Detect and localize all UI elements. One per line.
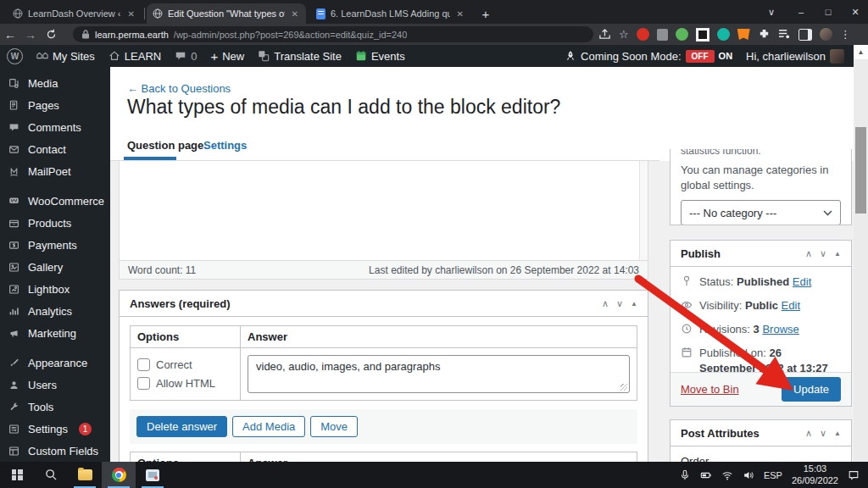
- sidebar-item-marketing[interactable]: Marketing: [0, 322, 110, 344]
- new-content-menu[interactable]: + New: [203, 45, 251, 67]
- sidebar-item-payments[interactable]: Payments: [0, 234, 110, 256]
- sidebar-item-gallery[interactable]: Gallery: [0, 256, 110, 278]
- my-sites-menu[interactable]: My Sites: [30, 45, 102, 67]
- coming-soon-off-badge[interactable]: OFF: [686, 50, 715, 63]
- wifi-icon[interactable]: [721, 469, 733, 481]
- extension-green-icon[interactable]: [676, 28, 688, 41]
- tab-question-page[interactable]: Question page: [127, 139, 203, 152]
- extension-teal-icon[interactable]: [717, 28, 730, 41]
- delete-answer-button[interactable]: Delete answer: [136, 416, 227, 437]
- tab-search-icon[interactable]: ∨: [759, 0, 784, 24]
- extensions-puzzle-icon[interactable]: [758, 28, 771, 41]
- tab-close-icon[interactable]: ✕: [455, 9, 465, 19]
- window-maximize-button[interactable]: □: [815, 0, 841, 24]
- playlist-icon[interactable]: [778, 29, 791, 40]
- comments-menu[interactable]: 0: [168, 45, 203, 67]
- speaker-icon[interactable]: [743, 469, 754, 481]
- url-bar[interactable]: learn.perma.earth/wp-admin/post.php?post…: [73, 26, 593, 42]
- browser-tab-3[interactable]: 6. LearnDash LMS Adding quiz q ✕: [310, 3, 471, 24]
- battery-icon[interactable]: [700, 469, 712, 481]
- share-icon[interactable]: [598, 28, 611, 41]
- move-up-icon[interactable]: ∧: [602, 298, 609, 309]
- sidebar-item-pages[interactable]: Pages: [0, 94, 110, 116]
- language-indicator[interactable]: ESP: [764, 470, 782, 480]
- correct-checkbox[interactable]: [137, 358, 150, 371]
- start-button[interactable]: [0, 462, 34, 488]
- edit-status-link[interactable]: Edit: [793, 275, 811, 288]
- sidebar-item-media[interactable]: Media: [0, 72, 110, 94]
- reload-button[interactable]: [41, 29, 61, 40]
- back-to-questions-link[interactable]: ← Back to Questions: [127, 82, 231, 95]
- move-button[interactable]: Move: [310, 416, 358, 437]
- browse-revisions-link[interactable]: Browse: [762, 323, 798, 336]
- update-button[interactable]: Update: [782, 377, 841, 402]
- answer-textarea-1[interactable]: video, audio, images, and paragraphs: [248, 355, 630, 393]
- scrollbar-up-arrow[interactable]: ▲: [854, 45, 868, 59]
- chrome-taskbar-button[interactable]: [102, 462, 136, 488]
- taskbar-search-button[interactable]: [34, 462, 68, 488]
- wp-logo-menu[interactable]: W: [0, 45, 30, 67]
- move-down-icon[interactable]: ∨: [820, 248, 826, 259]
- sidebar-item-settings[interactable]: Settings1: [0, 418, 110, 440]
- sidebar-item-custom-fields[interactable]: Custom Fields: [0, 440, 110, 462]
- add-media-button[interactable]: Add Media: [232, 416, 305, 437]
- move-up-icon[interactable]: ∧: [805, 248, 812, 259]
- question-editor[interactable]: Word count: 11 Last edited by charliewil…: [119, 161, 648, 280]
- taskbar-clock[interactable]: 15:03 26/09/2022: [792, 463, 838, 487]
- events-menu[interactable]: Events: [348, 45, 412, 67]
- remote-desktop-button[interactable]: [136, 462, 170, 488]
- coming-soon-on-label[interactable]: ON: [719, 51, 733, 61]
- collapse-toggle-icon[interactable]: ▲: [834, 430, 841, 437]
- bookmark-star-icon[interactable]: ☆: [619, 28, 629, 41]
- coming-soon-menu[interactable]: Coming Soon Mode: OFF ON: [558, 45, 739, 67]
- file-explorer-button[interactable]: [68, 462, 102, 488]
- move-to-bin-link[interactable]: Move to Bin: [681, 383, 739, 396]
- forward-button[interactable]: →: [20, 28, 41, 42]
- move-down-icon[interactable]: ∨: [820, 428, 826, 439]
- allow-html-checkbox-row[interactable]: Allow HTML: [137, 377, 233, 390]
- sidebar-item-comments[interactable]: Comments: [0, 116, 110, 138]
- extension-qr-icon[interactable]: [696, 28, 709, 42]
- correct-checkbox-row[interactable]: Correct: [137, 358, 233, 371]
- extension-gray-icon[interactable]: [657, 29, 668, 41]
- side-panel-icon[interactable]: [798, 29, 812, 41]
- allow-html-checkbox[interactable]: [137, 377, 150, 390]
- sidebar-item-lightbox[interactable]: Lightbox: [0, 278, 110, 300]
- translate-site-menu[interactable]: Translate Site: [251, 45, 348, 67]
- sidebar-item-tools[interactable]: Tools: [0, 396, 110, 418]
- sidebar-item-woocommerce[interactable]: WooCommerce: [0, 190, 110, 212]
- sidebar-item-analytics[interactable]: Analytics: [0, 300, 110, 322]
- sidebar-item-appearance[interactable]: Appearance: [0, 352, 110, 374]
- metamask-fox-icon[interactable]: [737, 29, 750, 40]
- collapse-toggle-icon[interactable]: ▲: [834, 250, 841, 258]
- browser-menu-dots-icon[interactable]: ⋮: [840, 28, 851, 41]
- category-select[interactable]: --- No category ---: [681, 200, 841, 225]
- tab-close-icon[interactable]: ✕: [126, 9, 136, 19]
- tab-settings[interactable]: Settings: [203, 139, 247, 152]
- collapse-toggle-icon[interactable]: ▲: [631, 300, 637, 308]
- page-scrollbar[interactable]: ▲: [854, 45, 868, 462]
- edit-visibility-link[interactable]: Edit: [782, 299, 800, 312]
- sidebar-item-mailpoet[interactable]: MailPoet: [0, 160, 110, 182]
- move-up-icon[interactable]: ∧: [805, 428, 812, 439]
- sidebar-item-products[interactable]: Products: [0, 212, 110, 234]
- publish-box-header[interactable]: Publish ∧ ∨ ▲: [670, 241, 851, 267]
- back-button[interactable]: ←: [0, 28, 20, 42]
- editor-scrollbar[interactable]: [639, 161, 648, 260]
- site-name-menu[interactable]: LEARN: [102, 45, 168, 67]
- window-close-button[interactable]: ✕: [843, 0, 868, 24]
- extension-red-icon[interactable]: [637, 28, 649, 41]
- sidebar-item-users[interactable]: Users: [0, 374, 110, 396]
- profile-avatar[interactable]: [820, 28, 832, 41]
- account-menu[interactable]: Hi, charliewilson: [739, 45, 851, 67]
- new-tab-button[interactable]: +: [476, 4, 495, 23]
- scrollbar-thumb[interactable]: [855, 127, 866, 214]
- browser-tab-1[interactable]: LearnDash Overview ‹ LEARN — W ✕: [7, 3, 142, 24]
- move-down-icon[interactable]: ∨: [616, 298, 623, 309]
- answers-box-header[interactable]: Answers (required) ∧ ∨ ▲: [120, 291, 648, 317]
- browser-tab-2-active[interactable]: Edit Question "What types of me ✕: [147, 3, 306, 24]
- tab-close-icon[interactable]: ✕: [290, 9, 300, 19]
- window-minimize-button[interactable]: –: [788, 0, 814, 24]
- microphone-icon[interactable]: [679, 469, 691, 481]
- post-attributes-header[interactable]: Post Attributes ∧ ∨ ▲: [670, 420, 851, 446]
